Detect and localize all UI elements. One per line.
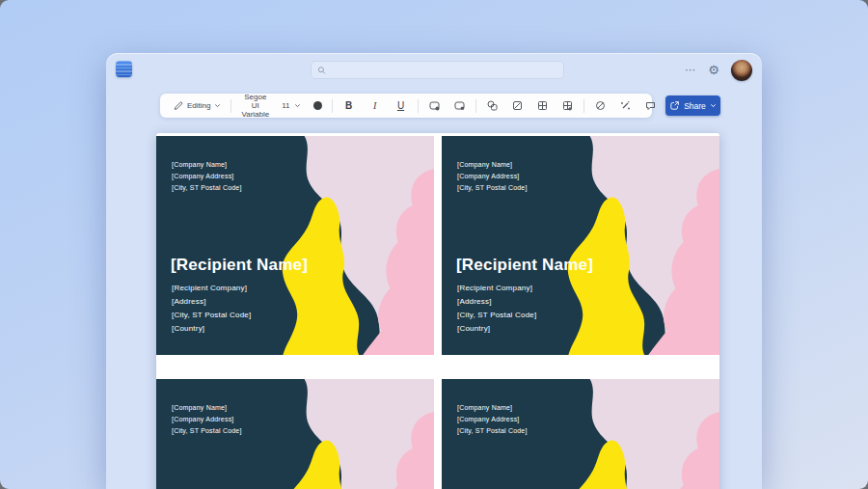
sender-block: [Company Name] [Company Address] [City, … (172, 402, 242, 437)
designer-icon (594, 99, 607, 112)
document-page: [Company Name] [Company Address] [City, … (156, 133, 719, 489)
company-name-line: [Company Name] (172, 159, 242, 171)
recipient-block: [Recipient Company] [Address] [City, ST … (172, 282, 251, 336)
user-avatar[interactable] (731, 60, 752, 81)
editing-mode-label: Editing (187, 101, 210, 110)
underline-button[interactable]: U (392, 98, 411, 113)
share-icon (669, 100, 680, 111)
insert-table-button[interactable] (533, 97, 552, 114)
share-label: Share (684, 101, 706, 111)
address-label-card[interactable]: [Company Name] [Company Address] [City, … (156, 379, 434, 489)
company-city-line: [City, ST Postal Code] (172, 182, 242, 194)
search-icon (317, 66, 326, 75)
toolbar-divider (418, 99, 419, 113)
ink-button[interactable] (616, 97, 635, 114)
address-label-card[interactable]: [Company Name] [Company Address] [City, … (442, 136, 719, 355)
search-bar[interactable] (311, 61, 564, 79)
recipient-company-line: [Recipient Company] (457, 282, 536, 295)
font-size-dropdown[interactable]: 11 (279, 99, 303, 112)
toolbar-divider (475, 99, 476, 113)
sticker-add-icon (428, 99, 441, 112)
add-table-button[interactable] (558, 97, 577, 114)
designer-button[interactable] (591, 97, 610, 114)
sender-block: [Company Name] [Company Address] [City, … (457, 159, 528, 194)
bold-button[interactable]: B (339, 98, 359, 113)
font-size-label: 11 (282, 101, 289, 110)
shapes-button[interactable] (483, 97, 502, 114)
italic-label: I (368, 100, 382, 111)
word-app-icon[interactable] (116, 61, 132, 77)
company-address-line: [Company Address] (457, 414, 528, 425)
sender-block: [Company Name] [Company Address] [City, … (172, 159, 242, 194)
formatting-toolbar: Editing Segoe UI Variable 11 B I U (160, 94, 652, 118)
company-address-line: [Company Address] (457, 171, 528, 182)
table-icon (536, 99, 549, 112)
recipient-address-line: [Address] (172, 295, 251, 309)
shapes-icon (486, 99, 499, 112)
recipient-city-line: [City, ST Postal Code] (457, 309, 536, 322)
search-input[interactable] (331, 66, 557, 75)
bold-label: B (342, 100, 356, 111)
address-label-card[interactable]: [Company Name] [Company Address] [City, … (442, 379, 719, 489)
settings-gear-icon[interactable]: ⚙ (708, 64, 719, 76)
company-city-line: [City, ST Postal Code] (172, 425, 242, 437)
toolbar-divider (583, 99, 584, 113)
insert-image-button[interactable] (508, 97, 527, 114)
recipient-company-line: [Recipient Company] (172, 282, 251, 295)
recipient-country-line: [Country] (172, 322, 251, 336)
recipient-city-line: [City, ST Postal Code] (172, 309, 251, 322)
company-name-line: [Company Name] (457, 402, 528, 414)
font-color-swatch (313, 101, 322, 110)
word-app-window: ⋯ ⚙ Editing Segoe UI Variable 11 B I U (106, 53, 762, 489)
toolbar-divider (231, 99, 231, 113)
sticker-add-button[interactable] (425, 97, 444, 114)
company-name-line: [Company Name] (172, 402, 242, 414)
font-color-button[interactable] (311, 99, 325, 112)
company-address-line: [Company Address] (172, 414, 242, 425)
comments-button[interactable] (641, 97, 660, 114)
table-add-icon (561, 99, 574, 112)
desktop-background: ⋯ ⚙ Editing Segoe UI Variable 11 B I U (0, 0, 868, 489)
font-name-dropdown[interactable]: Segoe UI Variable (238, 91, 272, 121)
italic-button[interactable]: I (366, 98, 385, 113)
company-city-line: [City, ST Postal Code] (457, 425, 528, 437)
sender-block: [Company Name] [Company Address] [City, … (457, 402, 528, 437)
pencil-icon (173, 100, 183, 111)
editing-mode-dropdown[interactable]: Editing (170, 98, 224, 113)
image-icon (511, 99, 524, 112)
company-address-line: [Company Address] (172, 171, 242, 182)
toolbar-divider (332, 99, 333, 113)
header-more-options-button[interactable]: ⋯ (685, 65, 696, 75)
sticker-button[interactable] (450, 97, 469, 114)
recipient-address-line: [Address] (457, 295, 536, 309)
comment-icon (644, 99, 657, 112)
recipient-block: [Recipient Company] [Address] [City, ST … (457, 282, 536, 336)
address-label-card[interactable]: [Company Name] [Company Address] [City, … (156, 136, 434, 355)
sticker-icon (453, 99, 466, 112)
company-name-line: [Company Name] (457, 159, 528, 171)
chevron-down-icon (710, 102, 717, 109)
chevron-down-icon (294, 102, 301, 109)
font-name-label: Segoe UI Variable (241, 93, 269, 119)
chevron-down-icon (214, 102, 221, 109)
sparkle-pen-icon (619, 99, 632, 112)
recipient-name: [Recipient Name] (456, 256, 593, 275)
recipient-country-line: [Country] (457, 322, 536, 336)
share-button[interactable]: Share (665, 95, 720, 116)
recipient-name: [Recipient Name] (171, 256, 308, 275)
underline-label: U (394, 100, 408, 111)
company-city-line: [City, ST Postal Code] (457, 182, 528, 194)
